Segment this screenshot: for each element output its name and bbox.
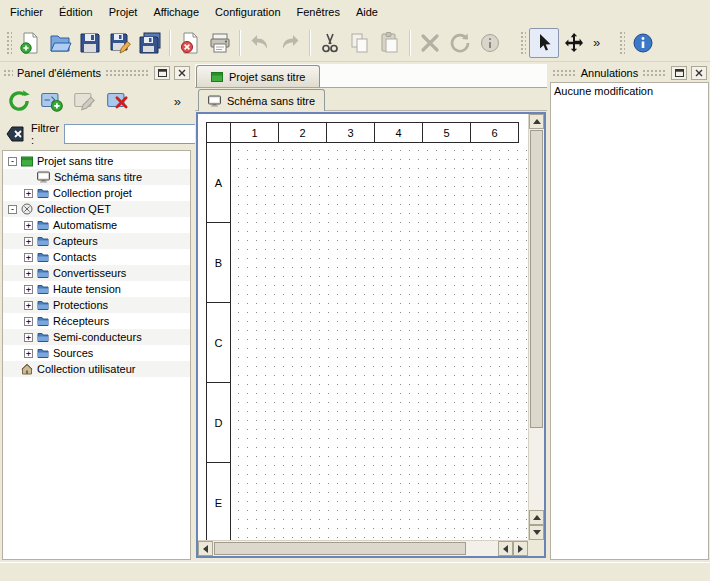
menu-fenetres[interactable]: Fenêtres: [289, 2, 348, 22]
select-arrow-icon: [532, 31, 556, 55]
tree-item-label: Collection projet: [53, 187, 132, 199]
toolbar-overflow-button[interactable]: »: [589, 33, 604, 52]
tab-schema-sans-titre[interactable]: Schéma sans titre: [198, 89, 325, 111]
menu-fichier[interactable]: Fichier: [2, 2, 51, 22]
scroll-up-button[interactable]: [529, 114, 544, 129]
rotate-button[interactable]: [445, 28, 475, 58]
expand-expander-icon[interactable]: +: [24, 317, 33, 326]
select-mode-button[interactable]: [529, 28, 559, 58]
float-dock-button[interactable]: [154, 66, 170, 80]
diagram-grid[interactable]: [230, 142, 528, 540]
filter-input[interactable]: [64, 124, 214, 144]
expand-expander-icon[interactable]: +: [24, 189, 33, 198]
dock-grip[interactable]: [552, 69, 577, 77]
close-file-button[interactable]: [175, 28, 205, 58]
undo-history-list[interactable]: Aucune modification: [550, 82, 709, 560]
expand-expander-icon[interactable]: +: [24, 221, 33, 230]
tree-item-recepteurs[interactable]: + Récepteurs: [3, 313, 190, 329]
cut-button[interactable]: [315, 28, 345, 58]
tree-item-schema-sans-titre[interactable]: Schéma sans titre: [3, 169, 190, 185]
open-button[interactable]: [45, 28, 75, 58]
tree-item-semi-conducteurs[interactable]: + Semi-conducteurs: [3, 329, 190, 345]
save-as-button[interactable]: [105, 28, 135, 58]
tree-item-protections[interactable]: + Protections: [3, 297, 190, 313]
undo-empty-text: Aucune modification: [554, 85, 705, 97]
close-dock-button[interactable]: [174, 66, 190, 80]
save-button[interactable]: [75, 28, 105, 58]
collapse-expander-icon[interactable]: -: [8, 205, 17, 214]
tree-item-collection-projet[interactable]: + Collection projet: [3, 185, 190, 201]
scroll-up-button[interactable]: [529, 510, 544, 525]
reload-collections-button[interactable]: [4, 86, 34, 116]
dock-grip[interactable]: [3, 69, 13, 77]
expand-expander-icon[interactable]: +: [24, 349, 33, 358]
tree-item-convertisseurs[interactable]: + Convertisseurs: [3, 265, 190, 281]
undo-button[interactable]: [245, 28, 275, 58]
paste-button[interactable]: [375, 28, 405, 58]
redo-button[interactable]: [275, 28, 305, 58]
dock-grip[interactable]: [642, 69, 667, 77]
horizontal-scroll-thumb[interactable]: [214, 542, 466, 555]
scroll-left-button[interactable]: [198, 541, 213, 556]
edit-element-icon: [72, 88, 98, 114]
panel-overflow-button[interactable]: »: [170, 92, 185, 111]
toolbar-grip[interactable]: [520, 31, 526, 55]
dock-grip[interactable]: [105, 69, 150, 77]
close-icon: [178, 69, 186, 77]
about-button[interactable]: [628, 28, 658, 58]
copy-button[interactable]: [345, 28, 375, 58]
collapse-expander-icon[interactable]: -: [8, 157, 17, 166]
tree-item-collection-qet[interactable]: - Collection QET: [3, 201, 190, 217]
down-arrow-icon: [533, 530, 541, 535]
row-header: B: [206, 222, 231, 303]
print-icon: [208, 31, 232, 55]
delete-button[interactable]: [415, 28, 445, 58]
tree-item-contacts[interactable]: + Contacts: [3, 249, 190, 265]
menu-aide[interactable]: Aide: [348, 2, 386, 22]
toolbar-grip[interactable]: [619, 31, 625, 55]
expand-expander-icon[interactable]: +: [24, 269, 33, 278]
menu-affichage[interactable]: Affichage: [145, 2, 207, 22]
tree-item-label: Convertisseurs: [53, 267, 126, 279]
menu-projet[interactable]: Projet: [101, 2, 146, 22]
conductor-info-button[interactable]: [475, 28, 505, 58]
scroll-left-button[interactable]: [498, 541, 513, 556]
clear-filter-button[interactable]: [4, 122, 26, 146]
new-element-button[interactable]: [37, 86, 67, 116]
delete-element-button[interactable]: [103, 86, 133, 116]
expand-expander-icon[interactable]: +: [24, 333, 33, 342]
print-button[interactable]: [205, 28, 235, 58]
expand-expander-icon[interactable]: +: [24, 237, 33, 246]
tree-item-collection-utilisateur[interactable]: Collection utilisateur: [3, 361, 190, 377]
toolbar-grip[interactable]: [6, 31, 12, 55]
rotate-icon: [448, 31, 472, 55]
scroll-right-button[interactable]: [513, 541, 528, 556]
menu-configuration[interactable]: Configuration: [207, 2, 288, 22]
new-document-button[interactable]: [15, 28, 45, 58]
elements-tree[interactable]: - Projet sans titre Schéma sans titre + …: [2, 150, 191, 560]
tree-item-capteurs[interactable]: + Capteurs: [3, 233, 190, 249]
diagram-canvas[interactable]: 1 2 3 4 5 6 A B C D E: [198, 114, 528, 540]
tab-projet-sans-titre[interactable]: Projet sans titre: [196, 65, 320, 87]
save-all-button[interactable]: [135, 28, 165, 58]
expand-expander-icon[interactable]: +: [24, 285, 33, 294]
vertical-scrollbar[interactable]: [528, 114, 544, 540]
horizontal-scrollbar[interactable]: [198, 540, 528, 556]
float-dock-button[interactable]: [671, 66, 687, 80]
copy-icon: [348, 31, 372, 55]
vertical-scroll-thumb[interactable]: [530, 130, 543, 428]
edit-element-button[interactable]: [70, 86, 100, 116]
elements-panel-titlebar[interactable]: Panel d'éléments: [0, 64, 193, 82]
tree-item-label: Automatisme: [53, 219, 117, 231]
tree-item-automatisme[interactable]: + Automatisme: [3, 217, 190, 233]
scroll-down-button[interactable]: [529, 525, 544, 540]
tree-item-sources[interactable]: + Sources: [3, 345, 190, 361]
move-mode-button[interactable]: [559, 28, 589, 58]
close-dock-button[interactable]: [691, 66, 707, 80]
tree-item-haute-tension[interactable]: + Haute tension: [3, 281, 190, 297]
expand-expander-icon[interactable]: +: [24, 253, 33, 262]
tree-item-projet-sans-titre[interactable]: - Projet sans titre: [3, 153, 190, 169]
menu-edition[interactable]: Édition: [51, 2, 101, 22]
expand-expander-icon[interactable]: +: [24, 301, 33, 310]
undo-panel-titlebar[interactable]: Annulations: [549, 64, 710, 82]
